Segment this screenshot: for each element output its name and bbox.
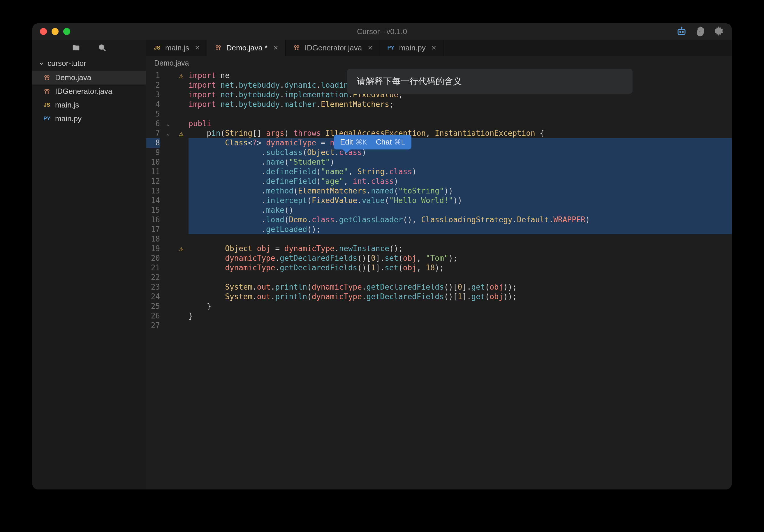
close-tab-icon[interactable]: × [368, 43, 372, 53]
folder-header[interactable]: cursor-tutor [32, 56, 146, 71]
minimize-window-button[interactable] [52, 28, 59, 35]
close-tab-icon[interactable]: × [195, 43, 200, 53]
fold-toggle [166, 292, 174, 301]
code-editor[interactable]: 1234567891011121314151617181920212223242… [146, 70, 732, 489]
svg-point-12 [46, 79, 46, 80]
breadcrumb[interactable]: Demo.java [146, 56, 732, 70]
code-line[interactable] [189, 273, 732, 282]
settings-icon[interactable] [714, 26, 724, 37]
warning-icon [174, 99, 189, 109]
code-line[interactable]: .intercept(FixedValue.value("Hello World… [189, 196, 732, 205]
warning-icon [174, 148, 189, 157]
svg-point-30 [295, 49, 295, 50]
fold-toggle [166, 273, 174, 282]
sidebar: cursor-tutor Demo.javaIDGenerator.javaJS… [32, 40, 146, 489]
close-window-button[interactable] [40, 28, 47, 35]
close-tab-icon[interactable]: × [273, 43, 278, 53]
ai-assistant-icon[interactable] [676, 26, 687, 37]
warning-icon [174, 138, 189, 148]
code-line[interactable]: } [189, 301, 732, 311]
warning-icon [174, 186, 189, 196]
code-line[interactable] [189, 321, 732, 330]
fold-toggle [166, 321, 174, 330]
code-line[interactable]: .defineField("age", int.class) [189, 177, 732, 186]
svg-point-4 [681, 27, 682, 28]
warning-icon [174, 177, 189, 186]
tab-label: main.py [399, 43, 426, 53]
code-line[interactable]: .subclass(Object.class) [189, 148, 732, 157]
warning-icon [174, 301, 189, 311]
file-item-idgenerator-java[interactable]: IDGenerator.java [32, 85, 146, 98]
warning-icon[interactable]: ⚠ [174, 244, 189, 254]
code-line[interactable]: System.out.println(dynamicType.getDeclar… [189, 292, 732, 301]
fold-toggle [166, 186, 174, 196]
code-line[interactable]: .load(Demo.class.getClassLoader(), Class… [189, 215, 732, 225]
wave-icon[interactable] [695, 26, 705, 37]
svg-point-21 [219, 46, 221, 48]
fold-toggle [166, 109, 174, 119]
file-name: main.py [55, 114, 82, 123]
code-line[interactable]: Object obj = dynamicType.newInstance(); [189, 244, 732, 254]
fold-toggle [166, 157, 174, 167]
code-line[interactable] [189, 234, 732, 244]
warning-icon [174, 196, 189, 205]
code-line[interactable]: .method(ElementMatchers.named("toString"… [189, 186, 732, 196]
code-content[interactable]: import neimport net.bytebuddy.dynamic.lo… [189, 70, 732, 489]
search-icon[interactable] [98, 43, 106, 52]
code-line[interactable]: dynamicType.getDeclaredFields()[0].set(o… [189, 254, 732, 263]
code-line[interactable]: .defineField("name", String.class) [189, 167, 732, 177]
java-file-icon [43, 74, 51, 82]
warning-icon [174, 225, 189, 234]
fold-toggle [166, 215, 174, 225]
code-line[interactable] [189, 109, 732, 119]
file-list: Demo.javaIDGenerator.javaJSmain.jsPYmain… [32, 71, 146, 125]
warning-gutter: ⚠⚠⚠ [174, 70, 189, 489]
svg-point-19 [48, 92, 48, 93]
maximize-window-button[interactable] [63, 28, 70, 35]
code-line[interactable]: } [189, 311, 732, 321]
warning-icon [174, 311, 189, 321]
file-item-demo-java[interactable]: Demo.java [32, 71, 146, 85]
svg-point-27 [297, 46, 299, 48]
folder-icon[interactable] [72, 43, 81, 52]
file-name: main.js [55, 100, 79, 109]
chat-action-button[interactable]: Chat ⌘L [376, 137, 405, 146]
file-item-main-py[interactable]: PYmain.py [32, 112, 146, 125]
line-number-gutter: 1234567891011121314151617181920212223242… [146, 70, 166, 489]
svg-line-7 [103, 49, 106, 51]
svg-point-2 [682, 31, 683, 33]
warning-icon [174, 205, 189, 215]
fold-toggle [166, 225, 174, 234]
code-line[interactable]: Class<?> dynamicType = new ByteBuddy() [189, 138, 732, 148]
code-line[interactable]: .make() [189, 205, 732, 215]
code-line[interactable]: import net.bytebuddy.matcher.ElementMatc… [189, 99, 732, 109]
ai-prompt-input[interactable]: 请解释下每一行代码的含义 [347, 69, 633, 94]
file-item-main-js[interactable]: JSmain.js [32, 98, 146, 112]
code-line[interactable]: dynamicType.getDeclaredFields()[1].set(o… [189, 263, 732, 273]
code-line[interactable]: publi [189, 119, 732, 128]
code-line[interactable]: .getLoaded(); [189, 225, 732, 234]
fold-toggle[interactable]: ⌄ [166, 119, 174, 128]
warning-icon [174, 321, 189, 330]
svg-point-8 [45, 76, 47, 78]
svg-point-20 [216, 46, 218, 48]
tab-demo-java[interactable]: Demo.java *× [207, 40, 286, 56]
edit-action-button[interactable]: Edit ⌘K [340, 137, 367, 146]
java-file-icon [43, 88, 51, 95]
tab-main-py[interactable]: PYmain.py× [380, 40, 444, 56]
fold-toggle [166, 301, 174, 311]
code-line[interactable]: pin(String[] args) throws IllegalAccessE… [189, 128, 732, 138]
py-file-icon: PY [387, 45, 395, 51]
tab-main-js[interactable]: JSmain.js× [146, 40, 207, 56]
fold-toggle [166, 71, 174, 81]
app-window: Cursor - v0.1.0 cursor-tutor Demo.javaID… [32, 23, 732, 489]
code-line[interactable]: .name("Student") [189, 157, 732, 167]
code-line[interactable]: System.out.println(dynamicType.getDeclar… [189, 282, 732, 292]
tab-idgenerator-java[interactable]: IDGenerator.java× [286, 40, 380, 56]
chevron-down-icon [38, 60, 45, 67]
warning-icon[interactable]: ⚠ [174, 128, 189, 138]
file-name: IDGenerator.java [55, 87, 112, 96]
warning-icon[interactable]: ⚠ [174, 71, 189, 81]
close-tab-icon[interactable]: × [432, 43, 436, 53]
fold-toggle[interactable]: ⌄ [166, 128, 174, 138]
